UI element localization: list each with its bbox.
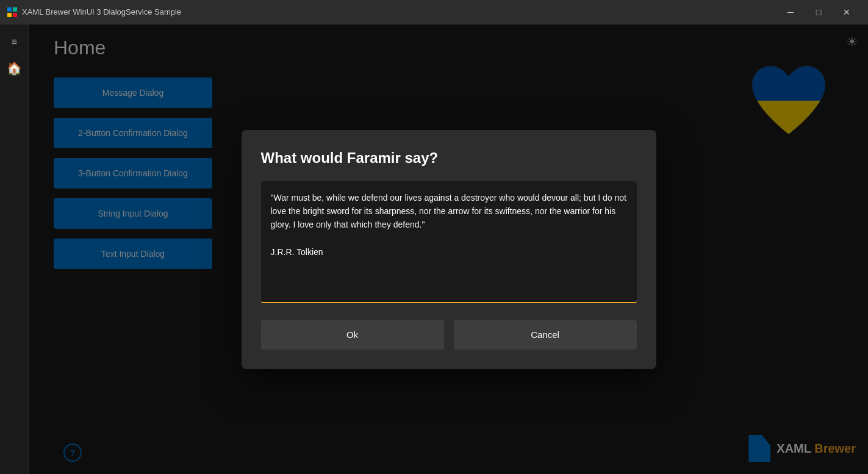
svg-rect-2 xyxy=(7,13,12,17)
dialog: What would Faramir say? "War must be, wh… xyxy=(242,130,656,369)
title-bar: XAML Brewer WinUI 3 DialogService Sample… xyxy=(0,0,868,24)
app-body: ≡ 🏠 ☀ Home xyxy=(0,24,868,474)
minimize-button[interactable]: ─ xyxy=(777,0,805,24)
dialog-title: What would Faramir say? xyxy=(261,149,637,167)
svg-rect-3 xyxy=(13,13,17,17)
dialog-text-input[interactable]: "War must be, while we defend our lives … xyxy=(261,181,637,303)
svg-rect-1 xyxy=(13,7,17,12)
title-bar-left: XAML Brewer WinUI 3 DialogService Sample xyxy=(7,7,181,17)
sidebar-strip: ≡ 🏠 xyxy=(0,24,29,474)
hamburger-icon[interactable]: ≡ xyxy=(7,32,22,52)
home-nav-button[interactable]: 🏠 xyxy=(4,57,26,79)
main-content: ☀ Home Message Dialog 2-Button Confirmat… xyxy=(29,24,868,474)
app-icon xyxy=(7,7,17,17)
home-icon: 🏠 xyxy=(7,61,22,76)
dialog-buttons: Ok Cancel xyxy=(261,320,637,350)
dialog-ok-button[interactable]: Ok xyxy=(261,320,444,350)
title-bar-title: XAML Brewer WinUI 3 DialogService Sample xyxy=(22,7,181,16)
close-button[interactable]: ✕ xyxy=(833,0,861,24)
dialog-cancel-button[interactable]: Cancel xyxy=(454,320,637,350)
title-bar-controls: ─ □ ✕ xyxy=(777,0,861,24)
modal-overlay: What would Faramir say? "War must be, wh… xyxy=(29,24,868,474)
maximize-button[interactable]: □ xyxy=(805,0,833,24)
svg-rect-0 xyxy=(7,7,12,12)
